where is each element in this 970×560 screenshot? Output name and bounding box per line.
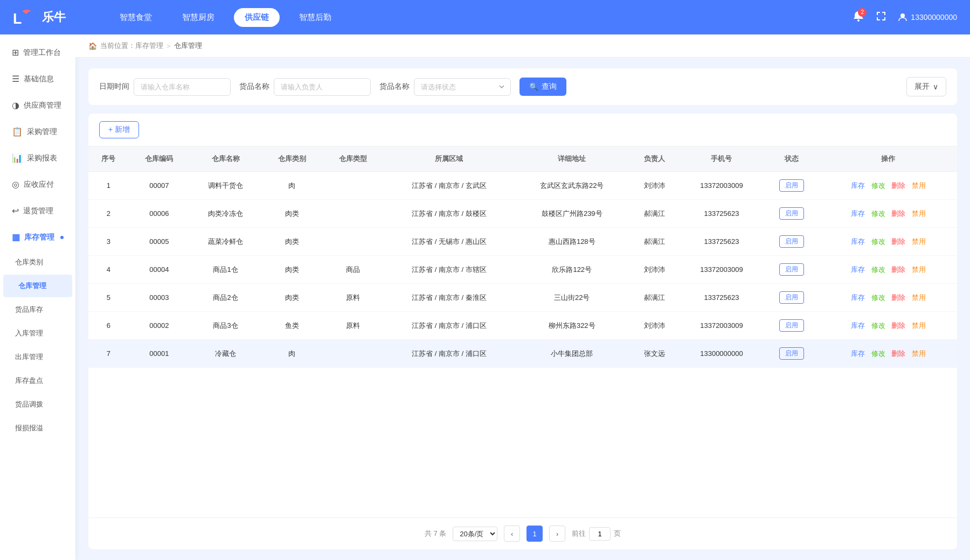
action-inventory[interactable]: 库存 (851, 209, 865, 218)
cell-region: 江苏省 / 南京市 / 玄武区 (384, 172, 515, 200)
cell-status: 启用 (763, 256, 820, 284)
search-button[interactable]: 🔍 查询 (519, 78, 566, 96)
prev-page-btn[interactable]: ‹ (504, 526, 520, 542)
action-delete[interactable]: 删除 (891, 209, 905, 218)
basic-icon: ☰ (12, 74, 19, 84)
nav-canteen[interactable]: 智慧食堂 (109, 8, 163, 27)
sidebar-item-supplier[interactable]: ◑ 供应商管理 (3, 93, 72, 118)
cell-id: 7 (88, 340, 129, 368)
action-delete[interactable]: 删除 (891, 181, 905, 190)
expand-label: 展开 (914, 82, 930, 92)
nav-supply-chain[interactable]: 供应链 (234, 8, 280, 27)
purchase-icon: 📋 (12, 127, 23, 137)
action-disable[interactable]: 禁用 (912, 349, 926, 358)
table-row: 3 00005 蔬菜冷鲜仓 肉类 江苏省 / 无锡市 / 惠山区 惠山西路128… (88, 228, 957, 256)
add-button[interactable]: + 新增 (99, 121, 139, 138)
sidebar-item-report[interactable]: 📊 采购报表 (3, 145, 72, 171)
sidebar-sub-loss[interactable]: 报损报溢 (0, 417, 75, 439)
action-disable[interactable]: 禁用 (912, 321, 926, 330)
action-inventory[interactable]: 库存 (851, 237, 865, 246)
table-row: 5 00003 商品2仓 肉类 原料 江苏省 / 南京市 / 秦淮区 三山街22… (88, 284, 957, 312)
status-badge: 启用 (779, 179, 804, 192)
header: L 乐牛 智慧食堂 智慧厨房 供应链 智慧后勤 2 13300000000 (0, 0, 970, 34)
breadcrumb-current: 仓库管理 (174, 41, 202, 51)
cell-type (323, 228, 384, 256)
cell-region: 江苏省 / 南京市 / 浦口区 (384, 312, 515, 340)
cell-category: 鱼类 (261, 312, 322, 340)
action-edit[interactable]: 修改 (871, 349, 885, 358)
action-edit[interactable]: 修改 (871, 181, 885, 190)
user-info[interactable]: 13300000000 (898, 12, 957, 22)
sidebar-item-inventory[interactable]: ▦ 库存管理 (3, 225, 72, 250)
fullscreen-icon[interactable] (875, 10, 887, 25)
page-size-select[interactable]: 20条/页 (453, 527, 497, 541)
notification-icon[interactable]: 2 (853, 10, 864, 25)
action-inventory[interactable]: 库存 (851, 349, 865, 358)
cell-status: 启用 (763, 284, 820, 312)
action-disable[interactable]: 禁用 (912, 181, 926, 190)
action-edit[interactable]: 修改 (871, 237, 885, 246)
action-disable[interactable]: 禁用 (912, 209, 926, 218)
status-select[interactable]: 请选择状态 启用 禁用 (414, 78, 511, 96)
sidebar-item-purchase[interactable]: 📋 采购管理 (3, 119, 72, 144)
sidebar-sub-goods-inventory[interactable]: 货品库存 (0, 298, 75, 321)
action-inventory[interactable]: 库存 (851, 265, 865, 274)
cell-person: 刘沛沛 (629, 256, 680, 284)
status-badge: 启用 (779, 319, 804, 332)
sidebar-sub-warehouse-type[interactable]: 仓库类别 (0, 251, 75, 274)
sidebar-sub-warehouse-mgmt[interactable]: 仓库管理 (3, 275, 72, 297)
action-disable[interactable]: 禁用 (912, 265, 926, 274)
cell-person: 郝满江 (629, 200, 680, 228)
breadcrumb-separator: > (167, 42, 171, 50)
sidebar-label-inventory: 库存管理 (24, 233, 54, 242)
action-disable[interactable]: 禁用 (912, 237, 926, 246)
action-inventory[interactable]: 库存 (851, 293, 865, 302)
nav-kitchen[interactable]: 智慧厨房 (171, 8, 225, 27)
sidebar-sub-outbound[interactable]: 出库管理 (0, 346, 75, 368)
action-delete[interactable]: 删除 (891, 237, 905, 246)
cell-phone: 133725623 (680, 200, 764, 228)
person-input[interactable] (274, 78, 371, 96)
cell-phone: 133725623 (680, 228, 764, 256)
sidebar-item-return[interactable]: ↩ 退货管理 (3, 198, 72, 223)
breadcrumb-home: 当前位置：库存管理 (100, 41, 163, 51)
goto-input[interactable] (589, 527, 611, 541)
sidebar-item-workbench[interactable]: ⊞ 管理工作台 (3, 40, 72, 65)
action-delete[interactable]: 删除 (891, 293, 905, 302)
table-row: 1 00007 调料干货仓 肉 江苏省 / 南京市 / 玄武区 玄武区玄武东路2… (88, 172, 957, 200)
action-delete[interactable]: 删除 (891, 349, 905, 358)
report-icon: 📊 (12, 153, 23, 163)
layout: ⊞ 管理工作台 ☰ 基础信息 ◑ 供应商管理 📋 采购管理 📊 采购报表 ◎ 应… (0, 34, 970, 560)
pagination: 共 7 条 20条/页 ‹ 1 › 前往 页 (88, 517, 957, 549)
current-page-btn[interactable]: 1 (526, 526, 543, 542)
next-page-btn[interactable]: › (549, 526, 565, 542)
page-goto: 前往 页 (572, 527, 621, 541)
sidebar-item-basic[interactable]: ☰ 基础信息 (3, 66, 72, 92)
action-inventory[interactable]: 库存 (851, 181, 865, 190)
action-disable[interactable]: 禁用 (912, 293, 926, 302)
action-edit[interactable]: 修改 (871, 209, 885, 218)
svg-text:L: L (13, 11, 22, 27)
action-delete[interactable]: 删除 (891, 265, 905, 274)
warehouse-name-input[interactable] (134, 78, 231, 96)
sidebar-item-receivable[interactable]: ◎ 应收应付 (3, 172, 72, 197)
cell-type (323, 340, 384, 368)
expand-button[interactable]: 展开 ∨ (906, 77, 946, 96)
sidebar-sub-transfer[interactable]: 货品调拨 (0, 393, 75, 416)
action-edit[interactable]: 修改 (871, 293, 885, 302)
cell-id: 2 (88, 200, 129, 228)
sidebar-sub-stocktake[interactable]: 库存盘点 (0, 369, 75, 392)
sidebar-sub-inbound[interactable]: 入库管理 (0, 322, 75, 345)
cell-code: 00004 (129, 256, 190, 284)
nav-logistics[interactable]: 智慧后勤 (288, 8, 342, 27)
svg-point-1 (857, 19, 860, 22)
action-delete[interactable]: 删除 (891, 321, 905, 330)
table-area: + 新增 序号 仓库编码 仓库名称 仓库类别 仓库类型 所属区域 (88, 114, 957, 549)
action-inventory[interactable]: 库存 (851, 321, 865, 330)
action-edit[interactable]: 修改 (871, 265, 885, 274)
table-wrap: 序号 仓库编码 仓库名称 仓库类别 仓库类型 所属区域 详细地址 负责人 手机号… (88, 146, 957, 517)
table-row: 7 00001 冷藏仓 肉 江苏省 / 南京市 / 浦口区 小牛集团总部 张文远… (88, 340, 957, 368)
action-edit[interactable]: 修改 (871, 321, 885, 330)
return-icon: ↩ (12, 206, 19, 216)
cell-type (323, 172, 384, 200)
